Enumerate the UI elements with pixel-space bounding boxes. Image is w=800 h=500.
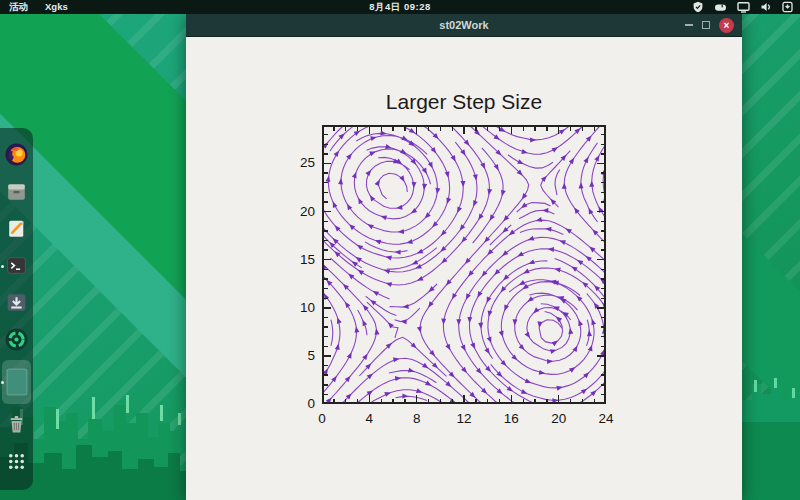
dock-item-terminal[interactable] <box>0 247 33 284</box>
x-tick-label: 12 <box>456 411 471 426</box>
plot-title: Larger Step Size <box>186 90 742 114</box>
x-tick-label: 16 <box>504 411 519 426</box>
dock-item-firefox[interactable] <box>0 136 33 173</box>
file-archive-icon <box>4 179 29 204</box>
dock-item-downloads[interactable] <box>0 284 33 321</box>
close-button[interactable]: × <box>719 18 734 33</box>
dock-item-software-update[interactable] <box>0 321 33 358</box>
app-grid-icon <box>4 449 29 474</box>
dock <box>0 128 33 490</box>
software-update-icon <box>4 327 29 352</box>
terminal-icon <box>4 253 29 278</box>
activities-button[interactable]: 活动 <box>9 0 28 14</box>
x-tick-label: 24 <box>598 411 613 426</box>
window-title: st02Work <box>186 14 742 36</box>
x-tick-label: 4 <box>366 411 374 426</box>
clock[interactable]: 8月4日 09:28 <box>369 0 431 14</box>
x-tick-label: 8 <box>413 411 421 426</box>
input-device-icon[interactable] <box>714 1 727 13</box>
app-menu[interactable]: Xgks <box>45 0 68 14</box>
dock-item-app-grid[interactable] <box>0 443 33 480</box>
restore-button[interactable] <box>702 21 710 29</box>
display-icon[interactable] <box>737 1 750 13</box>
window-titlebar[interactable]: st02Work × <box>186 14 742 37</box>
shield-check-icon[interactable] <box>692 1 704 13</box>
status-area[interactable] <box>692 0 793 14</box>
x-tick-label: 0 <box>318 411 326 426</box>
dock-item-file-archive[interactable] <box>0 173 33 210</box>
volume-icon[interactable] <box>760 1 772 13</box>
skyline-right <box>742 370 800 500</box>
dock-item-trash[interactable] <box>0 406 33 443</box>
y-tick-label: 0 <box>307 396 315 412</box>
y-tick-label: 15 <box>300 252 315 268</box>
minimize-button[interactable] <box>685 24 693 26</box>
dock-item-text-editor[interactable] <box>0 210 33 247</box>
y-tick-label: 25 <box>300 155 315 171</box>
dock-item-xgks-app[interactable] <box>0 358 33 406</box>
top-bar: 活动 Xgks 8月4日 09:28 <box>0 0 800 14</box>
text-editor-icon <box>4 216 29 241</box>
xgks-app-icon <box>4 364 30 400</box>
firefox-icon <box>4 142 29 167</box>
streamline-plot <box>322 125 606 404</box>
y-tick-label: 20 <box>300 204 315 220</box>
battery-icon[interactable] <box>782 1 793 13</box>
y-tick-label: 10 <box>300 300 315 316</box>
trash-icon <box>4 412 29 437</box>
x-tick-label: 20 <box>551 411 566 426</box>
app-window: st02Work × Larger Step Size 04812162024 … <box>186 14 742 500</box>
y-tick-label: 5 <box>307 348 315 364</box>
downloads-icon <box>4 290 29 315</box>
